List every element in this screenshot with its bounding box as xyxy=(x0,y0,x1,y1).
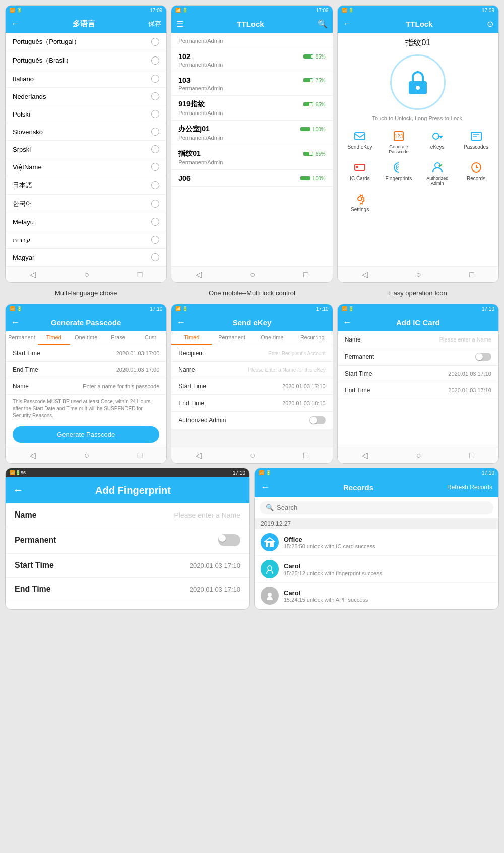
back-nav-icon[interactable]: ◁ xyxy=(362,450,368,460)
recipient-value[interactable]: Enter Recipient's Account xyxy=(268,351,326,356)
records-icon-cell[interactable]: Records xyxy=(458,158,494,188)
tab-permanent[interactable]: Permanent xyxy=(6,331,38,345)
radio-button[interactable] xyxy=(151,218,159,226)
name-value-ic[interactable]: Please enter a Name xyxy=(439,336,491,343)
lang-label: Polski xyxy=(13,110,30,118)
ic-cards-icon-cell[interactable]: IC Cards xyxy=(342,158,379,188)
recents-nav-icon[interactable]: □ xyxy=(138,451,143,460)
list-item[interactable]: Polski xyxy=(6,105,166,123)
back-button-fp[interactable]: ← xyxy=(13,484,24,497)
tab-onetime[interactable]: One-time xyxy=(70,331,102,345)
radio-button[interactable] xyxy=(151,110,159,118)
radio-button[interactable] xyxy=(151,145,159,153)
recents-nav-icon[interactable]: □ xyxy=(469,270,474,279)
lock-circle[interactable] xyxy=(390,54,446,110)
tab-timed-ek[interactable]: Timed xyxy=(171,331,212,345)
list-item[interactable]: 办公室j01 100% Permanent/Admin xyxy=(171,121,332,145)
list-item[interactable]: Português（Brasil） xyxy=(6,51,166,70)
search-input[interactable] xyxy=(277,504,487,511)
list-item[interactable]: Srpski xyxy=(6,141,166,158)
list-item[interactable]: ViệtName xyxy=(6,158,166,176)
save-button-1[interactable]: 保存 xyxy=(148,19,161,28)
name-value-ek[interactable]: Please Enter a Name for this eKey xyxy=(248,367,325,373)
back-nav-icon[interactable]: ◁ xyxy=(30,270,36,279)
tab-onetime-ek[interactable]: One-time xyxy=(252,331,292,345)
back-button-1[interactable]: ← xyxy=(11,19,20,29)
menu-icon[interactable]: ☰ xyxy=(176,19,183,29)
back-button-ic[interactable]: ← xyxy=(343,317,352,328)
list-item[interactable]: Melayu xyxy=(6,213,166,231)
generate-passcode-button[interactable]: Generate Passcode xyxy=(13,426,159,443)
fp-name-value[interactable]: Please enter a Name xyxy=(174,511,240,519)
list-item[interactable]: 한국어 xyxy=(6,195,166,213)
list-item[interactable]: 102 85% Permanent/Admin xyxy=(171,48,332,72)
home-nav-icon[interactable]: ○ xyxy=(416,451,421,460)
admin-toggle-ek[interactable] xyxy=(309,416,326,424)
recents-nav-icon[interactable]: □ xyxy=(303,270,308,279)
tab-permanent-ek[interactable]: Permanent xyxy=(212,331,252,345)
home-nav-icon[interactable]: ○ xyxy=(250,270,255,279)
permanent-toggle-ic[interactable] xyxy=(475,353,491,361)
refresh-records-button[interactable]: Refresh Records xyxy=(447,484,492,491)
home-nav-icon[interactable]: ○ xyxy=(416,270,421,279)
name-value[interactable]: Enter a name for this passcode xyxy=(83,383,159,389)
back-nav-icon[interactable]: ◁ xyxy=(196,270,202,279)
tab-recurring-ek[interactable]: Recurring xyxy=(292,331,333,345)
nav-title-1: 多语言 xyxy=(20,19,148,29)
record-item-carol2[interactable]: Carol 15:24:15 unlock with APP success xyxy=(255,583,498,609)
list-item[interactable]: Slovensko xyxy=(6,123,166,141)
back-button-rec[interactable]: ← xyxy=(261,482,270,493)
radio-button[interactable] xyxy=(151,38,159,46)
back-button-gp[interactable]: ← xyxy=(11,317,20,328)
ekeys-icon-cell[interactable]: eKeys xyxy=(419,127,456,156)
list-item[interactable]: Italiano xyxy=(6,70,166,88)
search-icon[interactable]: 🔍 xyxy=(318,19,328,29)
tab-cust[interactable]: Cust xyxy=(134,331,166,345)
lock-item-top[interactable]: Permanent/Admin xyxy=(171,33,332,48)
home-nav-icon[interactable]: ○ xyxy=(84,451,89,460)
radio-button[interactable] xyxy=(151,163,159,171)
radio-button[interactable] xyxy=(151,181,159,189)
radio-button[interactable] xyxy=(151,200,159,208)
lock-detail-title: 指纹01 xyxy=(405,38,430,48)
send-ekey-icon-cell[interactable]: Send eKey xyxy=(342,127,379,156)
radio-button[interactable] xyxy=(151,253,159,261)
back-nav-icon[interactable]: ◁ xyxy=(362,270,368,279)
passcodes-icon-cell[interactable]: Passcodes xyxy=(458,127,494,156)
list-item[interactable]: Nederlands xyxy=(6,88,166,105)
fp-permanent-toggle[interactable] xyxy=(218,534,240,546)
list-item[interactable]: 103 75% Permanent/Admin xyxy=(171,72,332,96)
ic-cards-icon xyxy=(353,160,367,175)
list-item[interactable]: Magyar xyxy=(6,249,166,266)
radio-button[interactable] xyxy=(151,128,159,136)
back-nav-icon[interactable]: ◁ xyxy=(196,450,202,460)
back-button-se[interactable]: ← xyxy=(176,317,185,328)
recents-nav-icon[interactable]: □ xyxy=(469,451,474,460)
settings-icon-nav[interactable]: ⊙ xyxy=(487,19,493,29)
list-item[interactable]: 日本語 xyxy=(6,176,166,195)
record-item-office[interactable]: Office 15:25:50 unlock with IC card succ… xyxy=(255,529,498,556)
settings-icon-cell[interactable]: Settings xyxy=(342,190,379,214)
record-item-carol1[interactable]: Carol 15:25:12 unlock with fingerprint s… xyxy=(255,556,498,583)
list-item[interactable]: 指纹01 65% Permanent/Admin xyxy=(171,145,332,170)
radio-button[interactable] xyxy=(151,56,159,65)
radio-button[interactable] xyxy=(151,92,159,100)
tab-erase[interactable]: Erase xyxy=(102,331,135,345)
list-item[interactable]: Português（Portugal） xyxy=(6,33,166,51)
generate-passcode-icon-cell[interactable]: 123 GeneratePasscode xyxy=(380,127,417,156)
fingerprints-icon-cell[interactable]: Fingerprints xyxy=(380,158,417,188)
back-nav-icon[interactable]: ◁ xyxy=(30,450,36,460)
recents-nav-icon[interactable]: □ xyxy=(303,451,308,460)
home-nav-icon[interactable]: ○ xyxy=(250,451,255,460)
radio-button[interactable] xyxy=(151,236,159,244)
list-item[interactable]: 919指纹 65% Permanent/Admin xyxy=(171,96,332,121)
list-item[interactable]: עברית xyxy=(6,231,166,249)
radio-button[interactable] xyxy=(151,75,159,83)
back-button-3[interactable]: ← xyxy=(343,19,352,29)
list-item[interactable]: J06 100% xyxy=(171,170,332,187)
fp-end-value: 2020.01.03 17:10 xyxy=(190,586,240,593)
recents-nav-icon[interactable]: □ xyxy=(138,270,143,279)
home-nav-icon[interactable]: ○ xyxy=(84,270,89,279)
authorized-admin-icon-cell[interactable]: AuthorizedAdmin xyxy=(419,158,456,188)
tab-timed[interactable]: Timed xyxy=(38,331,70,345)
